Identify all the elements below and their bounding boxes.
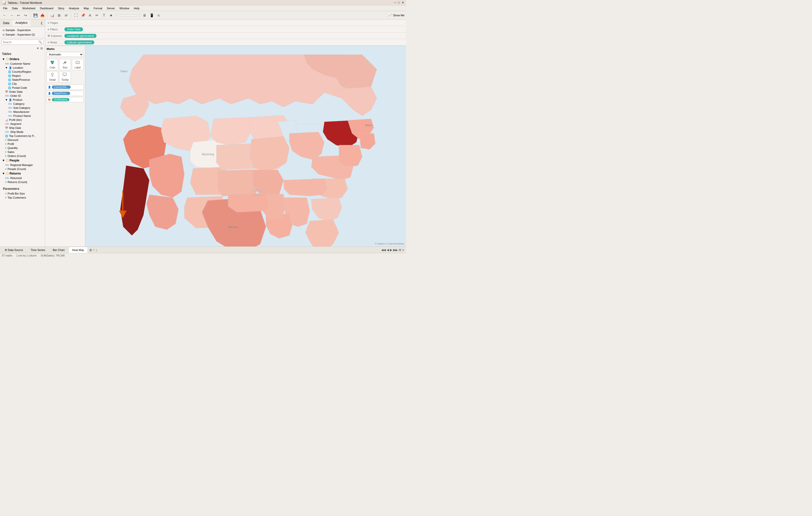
nav-right-button[interactable]: ▶▶ [393,248,398,252]
menu-worksheet[interactable]: Worksheet [20,6,37,10]
field-region[interactable]: 🌐 Region [1,74,44,78]
toolbar-back[interactable]: ← [1,12,7,18]
latitude-pill[interactable]: Latitude (generated) [64,40,94,45]
datasource-superstore2[interactable]: ⊞ Sample - Superstore (2) [1,32,44,37]
field-segment[interactable]: Abc Segment [1,122,44,126]
people-group-header[interactable]: ▼ ⬡ People [1,158,44,163]
close-button[interactable]: ✕ [402,1,404,4]
nav-next-button[interactable]: ▶ [390,248,392,252]
menu-help[interactable]: Help [132,6,142,10]
field-ship-date[interactable]: 📅 Ship Date [1,126,44,130]
field-state[interactable]: 🌐 State/Province [1,78,44,82]
filter-icon[interactable]: ▼ [36,47,39,50]
field-profit-bin[interactable]: 📊 Profit (bin) [1,118,44,122]
toolbar-forward[interactable]: → [8,12,14,18]
marks-field-country[interactable]: 👤 Country/Re... [47,85,83,90]
field-returned[interactable]: Abc Returned [1,176,44,180]
search-input[interactable] [3,40,38,44]
menu-format[interactable]: Format [91,6,104,10]
field-quantity[interactable]: # Quantity [1,146,44,150]
toolbar-chart[interactable]: 📊 [49,12,55,18]
menu-analysis[interactable]: Analysis [67,6,81,10]
toolbar-redo[interactable]: ↪ [23,12,29,18]
toolbar-star[interactable]: ★ [108,12,114,18]
toolbar-table[interactable]: ⊞ [56,12,62,18]
grid-view-icon[interactable]: ⊞ [40,47,43,50]
sort-asc-button[interactable]: ↑ [93,248,95,252]
field-order-date[interactable]: 📅 Order Date [1,90,44,94]
longitude-pill[interactable]: Longitude (generated) [64,34,96,38]
marks-field-sales[interactable]: 🎨 SUM(Sales) [47,97,83,102]
toolbar-present[interactable]: 🖥 [142,12,148,18]
field-regional-manager[interactable]: Abc Regional Manager [1,163,44,167]
marks-detail-button[interactable]: Detail [47,71,58,83]
tab-bar-chart[interactable]: Bar Chart [49,247,68,253]
toolbar-publish[interactable]: 📤 [39,12,46,18]
field-subcategory[interactable]: Abc Sub-Category [1,106,44,110]
toolbar-fit[interactable]: ⛶ [73,12,79,18]
toolbar-device[interactable]: 📱 [149,12,155,18]
orders-group-header[interactable]: ▼ ⬡ Orders [1,57,44,62]
field-orders-count[interactable]: # Orders (Count) [1,154,44,158]
menu-file[interactable]: File [1,6,9,10]
order-date-filter-pill[interactable]: Order Date [64,27,83,31]
tab-analytics[interactable]: Analytics [12,20,30,27]
field-profit-bin-size[interactable]: # Profit Bin Size [1,192,44,196]
menu-data[interactable]: Data [10,6,20,10]
field-returns-count[interactable]: # Returns (Count) [1,180,44,184]
marks-size-button[interactable]: Size [59,59,71,70]
menu-story[interactable]: Story [56,6,66,10]
menu-server[interactable]: Server [105,6,117,10]
datasource-superstore[interactable]: ⊞ Sample - Superstore [1,28,44,32]
field-ship-mode[interactable]: Abc Ship Mode [1,130,44,134]
field-location-group[interactable]: ▼ 👤 Location [1,66,44,70]
field-customer-name[interactable]: Abc Customer Name [1,62,44,66]
menu-map[interactable]: Map [82,6,91,10]
view-list-button[interactable]: ≡ [402,248,404,252]
field-people-count[interactable]: # People (Count) [1,167,44,171]
toolbar-tooltip[interactable]: T [101,12,107,18]
view-grid-button[interactable]: ⊞ [399,248,401,252]
menu-dashboard[interactable]: Dashboard [38,6,55,10]
field-sales[interactable]: # Sales [1,150,44,154]
menu-window[interactable]: Window [118,6,131,10]
tab-heat-map[interactable]: Heat Map [68,247,88,253]
field-top-customers-param[interactable]: # Top Customers [1,196,44,200]
maximize-button[interactable]: □ [398,1,400,4]
toolbar-save[interactable]: 💾 [32,12,38,18]
add-sheet-button[interactable]: ⊕ [89,248,92,252]
marks-tooltip-button[interactable]: Tooltip [59,71,71,83]
field-category[interactable]: Abc Category [1,102,44,106]
minimize-button[interactable]: ─ [394,1,396,4]
toolbar-label[interactable]: A [87,12,93,18]
toolbar-fix[interactable]: 📌 [80,12,86,18]
toolbar-search[interactable] [118,15,138,16]
returns-group-header[interactable]: ▼ ⬡ Returns [1,171,44,176]
marks-label-button[interactable]: A Label [72,59,83,70]
marks-color-button[interactable]: Color [47,59,58,70]
field-discount[interactable]: # Discount [1,138,44,142]
field-product-group[interactable]: ▼ 👤 Product [1,98,44,102]
field-manufacturer[interactable]: Abc Manufacturer [1,110,44,114]
marks-field-state[interactable]: 👤 State/Provi... [47,91,83,96]
tab-time-series[interactable]: Time Series [27,247,49,253]
toolbar-share[interactable]: ⎋ [156,12,162,18]
collapse-panel-button[interactable]: ❮ [38,20,45,26]
marks-type-select[interactable]: Automatic Bar Line Area Square Circle Sh… [47,52,83,57]
tab-data-source[interactable]: ⊞ Data Source [1,247,27,253]
nav-prev-button[interactable]: ◀ [387,248,389,252]
toolbar-undo[interactable]: ↩ [16,12,22,18]
toolbar-swap[interactable]: ⇄ [63,12,69,18]
toolbar-annotate[interactable]: ✏ [94,12,100,18]
field-postal[interactable]: 🌐 Postal Code [1,86,44,90]
show-me-button[interactable]: 📈 Show Me [388,13,405,17]
field-top-customers[interactable]: 🌐 Top Customers by P... [1,134,44,138]
field-country[interactable]: 🌐 Country/Region [1,70,44,74]
tab-data[interactable]: Data [0,20,12,26]
sort-desc-button[interactable]: ↓ [95,248,97,252]
search-box[interactable]: 🔍 [1,39,44,45]
field-profit[interactable]: # Profit [1,142,44,146]
field-product-name[interactable]: Abc Product Name [1,114,44,118]
field-city[interactable]: 🌐 City [1,82,44,86]
field-order-id[interactable]: Abc Order ID [1,94,44,98]
